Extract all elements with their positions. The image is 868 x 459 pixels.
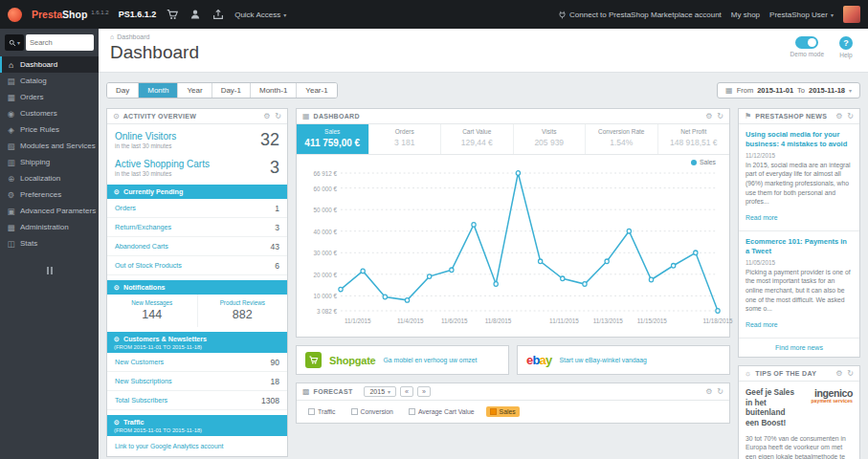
forecast-prev-button[interactable]: « bbox=[400, 386, 413, 397]
sidebar-item-localization[interactable]: ⊕Localization bbox=[0, 170, 99, 186]
refresh-icon[interactable]: ↻ bbox=[717, 112, 723, 120]
customers-row-new-customers[interactable]: New Customers 90 bbox=[107, 353, 287, 372]
kpi-orders[interactable]: Orders 3 181 bbox=[369, 124, 442, 154]
row-value: 18 bbox=[271, 377, 279, 386]
pending-row-abandoned-carts[interactable]: Abandoned Carts 43 bbox=[107, 237, 287, 256]
x-tick-label: 11/11/2015 bbox=[549, 317, 579, 324]
forecast-toggle-conversion[interactable]: Conversion bbox=[347, 406, 397, 417]
gear-icon[interactable]: ⚙ bbox=[705, 112, 712, 120]
pending-row-orders[interactable]: Orders 1 bbox=[107, 199, 287, 218]
customers-row-new-subscriptions[interactable]: New Subscriptions 18 bbox=[107, 372, 287, 391]
range-button-month-1[interactable]: Month-1 bbox=[251, 83, 297, 98]
ebay-promo[interactable]: ebay Start uw eBay-winkel vandaag bbox=[517, 345, 730, 375]
news-date: 11/12/2015 bbox=[746, 152, 853, 159]
kpi-net-profit[interactable]: Net Profit 148 918,51 € bbox=[658, 124, 730, 154]
price-rules-icon: ◈ bbox=[7, 125, 15, 135]
stat-label: Product Reviews bbox=[200, 299, 286, 306]
shopgate-logo-icon bbox=[305, 352, 322, 368]
product-reviews-stat[interactable]: Product Reviews 882 bbox=[197, 295, 288, 327]
user-avatar[interactable] bbox=[843, 6, 860, 23]
sidebar-item-catalog[interactable]: ▤Catalog bbox=[0, 73, 99, 89]
read-more-link[interactable]: Read more bbox=[746, 321, 778, 328]
forecast-toggle-sales[interactable]: Sales bbox=[486, 406, 520, 417]
active-carts-metric[interactable]: Active Shopping Carts in the last 30 min… bbox=[107, 152, 287, 180]
profile-icon[interactable] bbox=[189, 8, 202, 21]
kpi-label: Cart Value bbox=[443, 128, 511, 135]
search-input[interactable] bbox=[26, 34, 94, 51]
refresh-icon[interactable]: ↻ bbox=[847, 369, 854, 378]
search-scope-dropdown[interactable]: ▾ bbox=[5, 34, 24, 51]
range-button-year-1[interactable]: Year-1 bbox=[297, 83, 336, 98]
launch-shop-icon[interactable] bbox=[211, 8, 225, 21]
kpi-label: Visits bbox=[516, 128, 584, 135]
refresh-icon[interactable]: ↻ bbox=[717, 387, 723, 396]
read-more-link[interactable]: Read more bbox=[746, 214, 778, 221]
flag-icon: ⚑ bbox=[745, 112, 751, 120]
sidebar-item-label: Preferences bbox=[20, 190, 61, 199]
gear-icon[interactable]: ⚙ bbox=[705, 387, 712, 396]
checkbox-icon bbox=[351, 408, 358, 415]
pending-row-returns[interactable]: Return/Exchanges 3 bbox=[107, 218, 287, 237]
new-messages-stat[interactable]: New Messages 144 bbox=[107, 295, 197, 327]
sidebar-item-orders[interactable]: ▦Orders bbox=[0, 89, 99, 105]
gear-icon[interactable]: ⚙ bbox=[835, 369, 842, 378]
kpi-conversion-rate[interactable]: Conversion Rate 1.54% bbox=[586, 124, 658, 154]
sidebar-item-preferences[interactable]: ⚙Preferences bbox=[0, 186, 99, 203]
news-headline-link[interactable]: Ecommerce 101: Payments in a Tweet bbox=[746, 237, 853, 256]
quick-access-menu[interactable]: Quick Access ▾ bbox=[234, 11, 286, 19]
marketplace-link[interactable]: Connect to PrestaShop Marketplace accoun… bbox=[558, 11, 722, 19]
ingenico-logo[interactable]: ingenico payment services bbox=[801, 388, 853, 429]
news-headline-link[interactable]: Using social media for your business: 4 … bbox=[746, 130, 853, 149]
cart-icon[interactable] bbox=[166, 8, 179, 21]
ebay-letter: b bbox=[532, 353, 539, 367]
range-button-day-1[interactable]: Day-1 bbox=[212, 83, 251, 98]
shopgate-promo[interactable]: Shopgate Ga mobiel en verhoog uw omzet bbox=[296, 345, 509, 375]
my-shop-link[interactable]: My shop bbox=[731, 11, 760, 19]
sidebar-item-administration[interactable]: ▩Administration bbox=[0, 219, 99, 235]
google-analytics-link[interactable]: Link to your Google Analytics account bbox=[107, 436, 287, 456]
catalog-icon: ▤ bbox=[7, 76, 15, 86]
sidebar-item-advanced-parameters[interactable]: ▣Advanced Parameters bbox=[0, 203, 99, 219]
forecast-toggle-average-cart-value[interactable]: Average Cart Value bbox=[405, 406, 479, 417]
kpi-sales[interactable]: Sales 411 759,00 € bbox=[297, 124, 369, 154]
calendar-icon: ▦ bbox=[725, 86, 733, 95]
online-visitors-metric[interactable]: Online Visitors in the last 30 minutes 3… bbox=[107, 124, 287, 152]
forecast-next-button[interactable]: » bbox=[417, 386, 431, 397]
sidebar-item-label: Shipping bbox=[20, 158, 50, 166]
refresh-icon[interactable]: ↻ bbox=[275, 112, 281, 120]
demo-mode-toggle[interactable]: Demo mode bbox=[790, 36, 824, 58]
sidebar-item-stats[interactable]: ◫Stats bbox=[0, 235, 99, 251]
date-range-picker[interactable]: ▦ From 2015-11-01 To 2015-11-18 ▾ bbox=[717, 82, 860, 98]
forecast-toggle-traffic[interactable]: Traffic bbox=[304, 406, 340, 417]
kpi-visits[interactable]: Visits 205 939 bbox=[514, 124, 587, 154]
sidebar-item-modules[interactable]: ▧Modules and Services bbox=[0, 138, 99, 154]
shopgate-promo-link[interactable]: Ga mobiel en verhoog uw omzet bbox=[384, 357, 478, 363]
ebay-promo-link[interactable]: Start uw eBay-winkel vandaag bbox=[559, 357, 646, 363]
gear-icon[interactable]: ⚙ bbox=[835, 112, 842, 120]
forecast-year-select[interactable]: 2015 ▾ bbox=[364, 386, 396, 397]
gear-icon[interactable]: ⚙ bbox=[263, 112, 270, 120]
forecast-icon: ▩ bbox=[302, 387, 310, 396]
range-button-month[interactable]: Month bbox=[139, 83, 178, 98]
range-button-year[interactable]: Year bbox=[178, 83, 211, 98]
sidebar-item-price-rules[interactable]: ◈Price Rules bbox=[0, 121, 99, 138]
sidebar-item-customers[interactable]: ◉Customers bbox=[0, 105, 99, 121]
user-menu[interactable]: PrestaShop User ▾ bbox=[769, 11, 834, 19]
toggle-switch-icon[interactable] bbox=[795, 36, 818, 49]
help-button[interactable]: ? Help bbox=[839, 36, 853, 58]
pending-row-out-of-stock[interactable]: Out of Stock Products 6 bbox=[107, 256, 287, 275]
refresh-icon[interactable]: ↻ bbox=[847, 112, 854, 120]
range-button-day[interactable]: Day bbox=[107, 83, 139, 98]
shop-name-link[interactable]: PS1.6.1.2 bbox=[119, 10, 157, 19]
help-icon[interactable]: ? bbox=[839, 36, 853, 50]
sidebar-collapse-button[interactable] bbox=[40, 267, 59, 274]
legend-label: Sales bbox=[500, 408, 516, 415]
brand-presta: Presta bbox=[32, 9, 62, 20]
sidebar-item-shipping[interactable]: ▥Shipping bbox=[0, 154, 99, 170]
sidebar-item-dashboard[interactable]: ⌂Dashboard bbox=[0, 56, 99, 73]
chevron-down-icon: ▾ bbox=[17, 39, 20, 46]
customers-row-total-subscribers[interactable]: Total Subscribers 1308 bbox=[107, 391, 287, 410]
section-title: Currently Pending bbox=[123, 187, 183, 196]
kpi-cart-value[interactable]: Cart Value 129,44 € bbox=[441, 124, 514, 154]
find-more-news-link[interactable]: Find more news bbox=[739, 339, 859, 357]
